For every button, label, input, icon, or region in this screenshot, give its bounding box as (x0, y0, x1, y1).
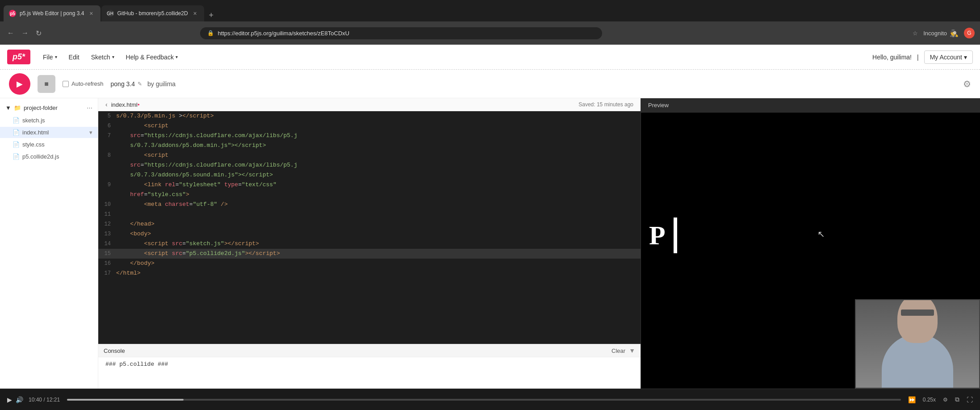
bottom-bar: ▶ 🔊 10:40 / 12:21 ⏩ 0.25x ⚙ ⧉ ⛶ (0, 389, 980, 410)
code-line-6: 6 <script (98, 121, 641, 131)
new-tab-button[interactable]: + (205, 9, 218, 21)
settings-icon[interactable]: ⚙ (963, 79, 971, 89)
project-folder-item[interactable]: ▼ 📁 project-folder ⋯ (0, 102, 98, 114)
auto-refresh-toggle[interactable]: Auto-refresh (63, 80, 104, 87)
profile-icon[interactable]: G (964, 28, 975, 38)
bottom-left-controls: ▶ 🔊 10:40 / 12:21 (7, 396, 60, 403)
p5-toolbar: ▶ ■ Auto-refresh pong 3.4 ✎ by guilima ⚙ (0, 70, 980, 98)
sketch-chevron-icon: ▾ (112, 54, 114, 59)
auto-refresh-checkbox[interactable] (63, 81, 69, 87)
code-line-14: 14 <script src="sketch.js"></script> (98, 239, 641, 249)
fullscreen-icon[interactable]: ⛶ (967, 396, 973, 403)
file-p5-collide[interactable]: 📄 p5.collide2d.js (0, 151, 98, 162)
bottom-play-button[interactable]: ▶ (7, 396, 12, 403)
stop-icon: ■ (44, 80, 49, 88)
tab-p5-close[interactable]: × (88, 9, 95, 18)
preview-panel: Preview P ↖ (641, 98, 980, 389)
preview-p-letter: P (641, 218, 677, 253)
sketch-info: pong 3.4 ✎ by guilima (111, 80, 176, 88)
console-title: Console (104, 347, 125, 354)
save-status: Saved: 15 minutes ago (578, 101, 633, 108)
console-body: ### p5.collide ### (98, 357, 641, 389)
lock-icon: 🔒 (207, 30, 214, 36)
tab-p5[interactable]: p5 p5.js Web Editor | pong 3.4 × (4, 5, 101, 21)
sketch-name[interactable]: pong 3.4 (111, 80, 135, 88)
editor-panel: ‹ index.html• Saved: 15 minutes ago 5 s/… (98, 98, 641, 389)
file-style-css[interactable]: 📄 style.css (0, 139, 98, 150)
menu-sketch[interactable]: Sketch ▾ (86, 51, 120, 63)
app-area: p5* File ▾ Edit Sketch ▾ Help & Feedback… (0, 45, 980, 389)
stop-button[interactable]: ■ (38, 75, 55, 93)
greeting-text: Hello, guilima! (872, 54, 912, 61)
incognito-icon: 🕵 (950, 29, 959, 38)
console-output: ### p5.collide ### (105, 361, 168, 368)
code-line-7: 7 src="https://cdnjs.cloudflare.com/ajax… (98, 131, 641, 141)
editor-header: ‹ index.html• Saved: 15 minutes ago (98, 98, 641, 111)
code-content: 5 s/0.7.3/p5.min.js ></script> 6 <script… (98, 111, 641, 278)
by-text: by guilima (147, 80, 176, 88)
speed-label: 0.25x (923, 397, 936, 403)
star-icon[interactable]: ☆ (913, 30, 918, 37)
forward-button[interactable]: → (20, 27, 30, 39)
menu-help[interactable]: Help & Feedback ▾ (121, 51, 183, 63)
file-tab-name: index.html• (111, 101, 140, 108)
separator: | (917, 54, 919, 61)
gh-favicon: GH (107, 10, 114, 17)
file-sidebar: ▼ 📁 project-folder ⋯ 📄 sketch.js 📄 index… (0, 98, 98, 389)
play-button[interactable]: ▶ (9, 73, 30, 95)
folder-menu-icon[interactable]: ⋯ (87, 105, 92, 111)
preview-content: P ↖ (641, 113, 980, 389)
console-panel: Console Clear ▼ ### p5.collide ### (98, 344, 641, 389)
nav-right: Hello, guilima! | My Account ▾ (872, 50, 973, 64)
tab-bar: p5 p5.js Web Editor | pong 3.4 × GH GitH… (0, 0, 980, 21)
back-button[interactable]: ← (5, 27, 16, 39)
collide-file-icon: 📄 (13, 153, 20, 160)
person-head (897, 299, 938, 343)
main-content: ▼ 📁 project-folder ⋯ 📄 sketch.js 📄 index… (0, 98, 980, 389)
volume-icon[interactable]: 🔊 (16, 396, 23, 403)
play-icon: ▶ (17, 79, 23, 89)
playback-controls: ▶ 🔊 (7, 396, 23, 403)
file-sketch-js[interactable]: 📄 sketch.js (0, 115, 98, 126)
account-chevron-icon: ▾ (964, 54, 967, 61)
cursor-indicator: ↖ (817, 229, 825, 239)
fast-forward-icon[interactable]: ⏩ (908, 396, 916, 403)
edit-sketch-icon[interactable]: ✎ (138, 81, 142, 87)
folder-collapse-icon: ▼ (5, 105, 11, 111)
code-line-12: 12 </head> (98, 219, 641, 229)
webcam-overlay (855, 299, 980, 389)
refresh-button[interactable]: ↻ (34, 27, 43, 39)
console-expand-icon[interactable]: ▼ (629, 347, 635, 354)
p5-nav: p5* File ▾ Edit Sketch ▾ Help & Feedback… (0, 45, 980, 70)
menu-file[interactable]: File ▾ (38, 51, 63, 63)
progress-bar[interactable] (67, 399, 901, 401)
modified-indicator: • (138, 101, 140, 108)
incognito-text: Incognito (923, 30, 947, 37)
my-account-button[interactable]: My Account ▾ (924, 50, 973, 64)
code-editor[interactable]: 5 s/0.7.3/p5.min.js ></script> 6 <script… (98, 111, 641, 344)
file-index-html[interactable]: 📄 index.html ▾ (0, 127, 98, 138)
address-right: ☆ Incognito 🕵 G (913, 28, 975, 38)
nav-menu: File ▾ Edit Sketch ▾ Help & Feedback ▾ (38, 51, 183, 63)
toolbar-right: ⚙ (963, 79, 971, 89)
menu-edit[interactable]: Edit (63, 51, 85, 63)
editor-header-left: ‹ index.html• (105, 101, 139, 108)
folder-name: project-folder (24, 105, 58, 111)
preview-canvas: P ↖ (641, 113, 980, 389)
p5-logo[interactable]: p5* (7, 50, 30, 64)
editor-nav-back-icon[interactable]: ‹ (105, 101, 108, 108)
clear-button[interactable]: Clear (611, 347, 625, 354)
pip-icon[interactable]: ⧉ (955, 396, 959, 403)
html-expand-icon[interactable]: ▾ (89, 129, 92, 136)
folder-icon: 📁 (14, 105, 21, 111)
url-bar[interactable]: 🔒 https://editor.p5js.org/guilima/sketch… (200, 27, 602, 39)
code-line-7b: s/0.7.3/addons/p5.dom.min.js"></script> (98, 141, 641, 151)
bottom-settings-icon[interactable]: ⚙ (943, 397, 948, 403)
tab-gh-title: GitHub - bmoren/p5.collide2D (117, 10, 188, 17)
preview-header: Preview (641, 98, 980, 113)
tab-github[interactable]: GH GitHub - bmoren/p5.collide2D × (101, 5, 204, 21)
tab-gh-close[interactable]: × (192, 9, 199, 18)
code-line-11: 11 (98, 209, 641, 219)
css-file-icon: 📄 (13, 141, 20, 148)
code-line-17: 17 </html> (98, 268, 641, 278)
